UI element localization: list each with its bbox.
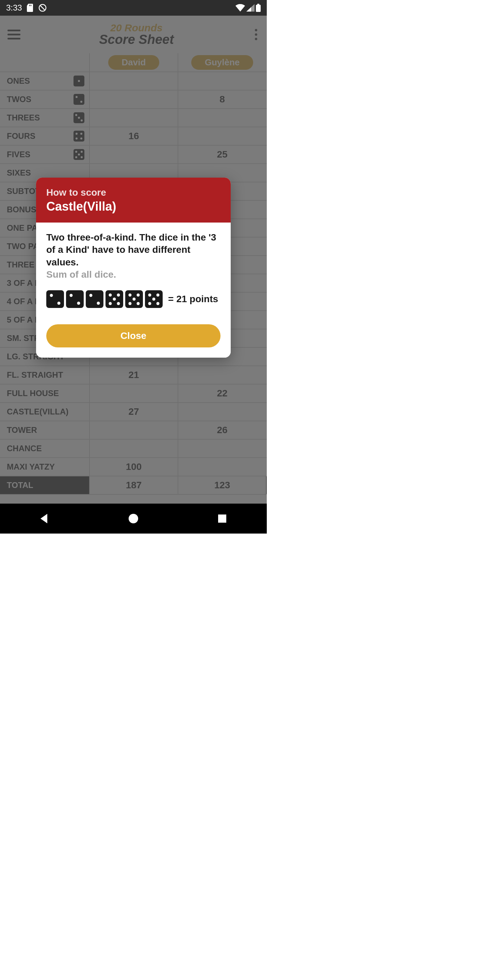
example-die-5-icon <box>105 290 123 308</box>
dialog-description: Two three-of-a-kind. The dice in the '3 … <box>46 231 221 269</box>
recents-button[interactable] <box>216 512 228 525</box>
dnd-icon <box>38 4 47 12</box>
svg-rect-5 <box>218 514 226 523</box>
system-nav-bar <box>0 504 267 533</box>
example-die-2-icon <box>86 290 103 308</box>
back-button[interactable] <box>38 512 51 525</box>
how-to-score-dialog: How to score Castle(Villa) Two three-of-… <box>36 178 231 358</box>
dialog-eyebrow: How to score <box>46 187 221 198</box>
cell-signal-icon <box>247 4 255 11</box>
dialog-scoring: Sum of all dice. <box>46 269 221 280</box>
status-time: 3:33 <box>6 3 22 13</box>
svg-point-4 <box>129 514 138 523</box>
example-die-2-icon <box>66 290 84 308</box>
dialog-title: Castle(Villa) <box>46 199 221 214</box>
dialog-body: Two three-of-a-kind. The dice in the '3 … <box>36 223 231 358</box>
status-bar: 3:33 <box>0 0 267 16</box>
home-button[interactable] <box>127 512 140 525</box>
svg-rect-3 <box>257 4 259 5</box>
dialog-example: = 21 points <box>46 290 221 308</box>
battery-icon <box>256 4 261 12</box>
wifi-icon <box>235 4 245 11</box>
example-die-5-icon <box>145 290 163 308</box>
svg-rect-2 <box>256 5 261 12</box>
example-die-5-icon <box>125 290 143 308</box>
example-result: = 21 points <box>168 294 218 305</box>
dialog-header: How to score Castle(Villa) <box>36 178 231 223</box>
example-die-2-icon <box>46 290 64 308</box>
close-button[interactable]: Close <box>46 324 221 347</box>
sd-card-icon <box>27 4 34 12</box>
svg-line-1 <box>40 6 45 10</box>
